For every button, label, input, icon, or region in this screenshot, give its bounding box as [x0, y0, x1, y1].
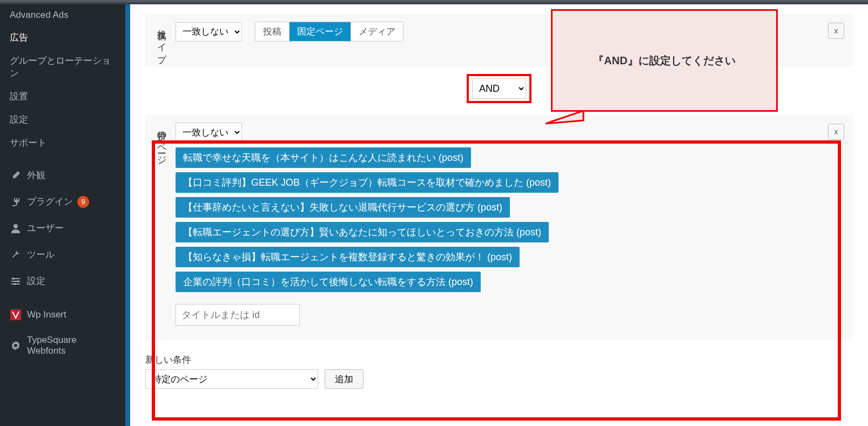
condition-label: 特定のページ [153, 123, 168, 161]
wrench-icon [10, 249, 22, 261]
sidebar-item-typesquare[interactable]: TypeSquare Webfonts [0, 328, 125, 363]
connector-select[interactable]: AND [472, 78, 526, 99]
sidebar-item-label: 外観 [27, 169, 45, 181]
top-strip [0, 0, 868, 4]
user-icon [10, 222, 22, 234]
add-condition-button[interactable]: 追加 [325, 369, 364, 389]
match-select[interactable]: 一致しない [176, 123, 242, 142]
match-select[interactable]: 一致しない [176, 22, 242, 42]
sidebar-item-advanced-ads[interactable]: Advanced Ads [0, 4, 125, 26]
remove-condition-button[interactable]: x [828, 23, 844, 39]
wpinsert-icon [10, 309, 22, 321]
plugin-update-badge: 9 [77, 196, 89, 208]
sidebar-item-placement[interactable]: 設置 [0, 85, 125, 108]
admin-sidebar: Advanced Ads 広告 グループとローテーション 設置 設定 サポート … [0, 4, 130, 426]
toggle-page[interactable]: 固定ページ [290, 22, 351, 41]
sliders-icon [10, 275, 22, 287]
sidebar-item-label: サポート [10, 137, 46, 149]
sidebar-item-plugins[interactable]: プラグイン 9 [0, 188, 125, 215]
condition-panel-post-type: 投稿タイプ 一致しない 投稿 固定ページ メディア x [145, 14, 853, 66]
plug-icon [10, 196, 22, 208]
sidebar-item-settings[interactable]: 設定 [0, 268, 125, 294]
page-tag[interactable]: 【知らなきゃ損】転職エージェントを複数登録すると驚きの効果が！ (post) [176, 247, 520, 267]
connector-highlight: AND [467, 74, 531, 103]
connector-row: AND [145, 74, 853, 103]
page-tag[interactable]: 【仕事辞めたいと言えない】失敗しない退職代行サービスの選び方 (post) [176, 197, 510, 218]
sidebar-item-label: ツール [27, 248, 55, 261]
page-tag[interactable]: 転職で幸せな天職を（本サイト）はこんな人に読まれたい (post) [176, 147, 471, 168]
svg-point-4 [12, 278, 15, 280]
sidebar-item-support[interactable]: サポート [0, 131, 125, 154]
sidebar-item-koukoku[interactable]: 広告 [0, 26, 125, 49]
sidebar-item-tools[interactable]: ツール [0, 241, 125, 268]
page-tag[interactable]: 企業の評判（口コミ）を活かして後悔しない転職をする方法 (post) [176, 272, 481, 292]
svg-point-5 [17, 280, 19, 282]
main-content: 投稿タイプ 一致しない 投稿 固定ページ メディア x AND [130, 4, 868, 426]
svg-point-6 [14, 283, 16, 285]
svg-point-0 [14, 224, 18, 228]
toggle-media[interactable]: メディア [351, 22, 403, 41]
sidebar-item-settings-ad[interactable]: 設定 [0, 108, 125, 131]
selected-pages-list: 転職で幸せな天職を（本サイト）はこんな人に読まれたい (post) 【口コミ評判… [176, 145, 845, 294]
post-type-toggle-group: 投稿 固定ページ メディア [255, 22, 403, 42]
sidebar-item-label: グループとローテーション [10, 55, 116, 79]
toggle-post[interactable]: 投稿 [255, 22, 290, 41]
sidebar-item-label: 広告 [10, 31, 28, 44]
new-condition-select[interactable]: 特定のページ [145, 369, 318, 389]
page-tag[interactable]: 【口コミ評判】GEEK JOB（ギークジョブ）転職コースを取材で確かめました (… [176, 172, 559, 193]
sidebar-item-label: 設置 [10, 90, 28, 103]
sidebar-item-groups[interactable]: グループとローテーション [0, 49, 125, 85]
new-condition-row: 特定のページ 追加 [145, 369, 853, 389]
sidebar-item-label: ユーザー [27, 222, 64, 234]
sidebar-item-label: 設定 [10, 113, 28, 126]
remove-condition-button[interactable]: x [828, 124, 844, 140]
sidebar-item-label: Advanced Ads [10, 10, 69, 21]
condition-panel-specific-page: 特定のページ 一致しない 転職で幸せな天職を（本サイト）はこんな人に読まれたい … [145, 115, 853, 340]
sidebar-item-users[interactable]: ユーザー [0, 215, 125, 241]
sidebar-item-appearance[interactable]: 外観 [0, 162, 125, 188]
sidebar-item-label: プラグイン [27, 195, 73, 208]
sidebar-item-label: 設定 [27, 275, 45, 287]
brush-icon [10, 170, 22, 181]
page-search-input[interactable] [176, 304, 300, 326]
sidebar-item-label: Wp Insert [27, 309, 66, 320]
new-condition-label: 新しい条件 [145, 354, 853, 366]
sidebar-item-wpinsert[interactable]: Wp Insert [0, 302, 125, 328]
page-tag[interactable]: 【転職エージェントの選び方】賢いあなたに知ってほしいとっておきの方法 (post… [176, 222, 549, 242]
sidebar-item-label: TypeSquare Webfonts [27, 335, 116, 356]
condition-label: 投稿タイプ [153, 22, 168, 59]
gear-icon [10, 340, 22, 351]
